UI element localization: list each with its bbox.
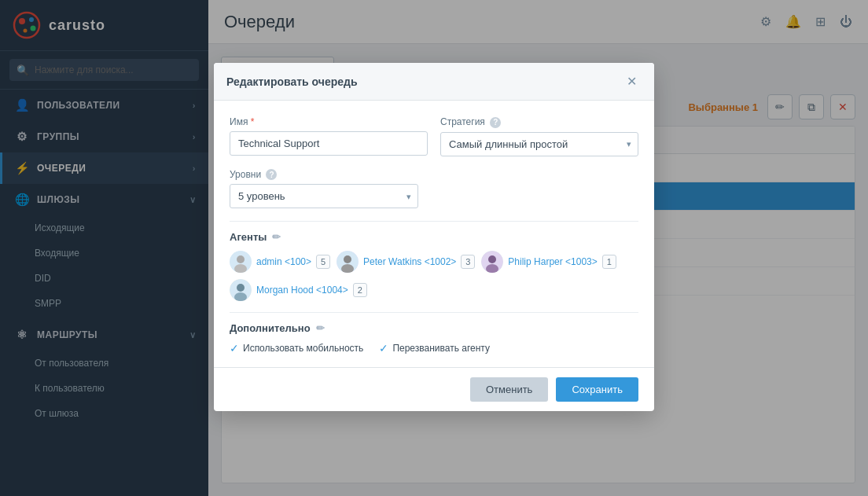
levels-select-wrap: 1 уровень2 уровень3 уровень4 уровень5 ур… [230, 184, 418, 208]
check-mobility: ✓ Использовать мобильность [230, 342, 363, 355]
levels-field-group: Уровни ? 1 уровень2 уровень3 уровень4 ур… [230, 169, 418, 209]
additional-section-title: Дополнительно ✏ [230, 322, 638, 334]
divider-1 [230, 221, 638, 222]
agents-edit-icon[interactable]: ✏ [272, 231, 281, 243]
agent-badge: 1 [602, 255, 616, 269]
checkmark-icon-2: ✓ [379, 342, 388, 355]
divider-2 [230, 312, 638, 313]
agent-chip[interactable]: Philip Harper <1003>1 [481, 251, 616, 273]
svg-point-6 [237, 255, 245, 263]
form-row-1: Имя * Стратегия ? Самый длинный простойЗ… [230, 116, 638, 156]
strategy-select-wrap: Самый длинный простойЗвонить всемПо круг… [440, 132, 638, 156]
name-label: Имя * [230, 116, 428, 127]
agent-chip[interactable]: admin <100>5 [230, 251, 330, 273]
form-row-2: Уровни ? 1 уровень2 уровень3 уровень4 ур… [230, 169, 638, 209]
agent-badge: 2 [353, 283, 367, 297]
strategy-field-group: Стратегия ? Самый длинный простойЗвонить… [440, 116, 638, 156]
strategy-select[interactable]: Самый длинный простойЗвонить всемПо круг… [440, 132, 638, 156]
agent-chip[interactable]: Morgan Hood <1004>2 [230, 279, 367, 301]
additional-edit-icon[interactable]: ✏ [316, 322, 325, 334]
save-button[interactable]: Сохранить [556, 377, 638, 402]
required-star: * [251, 116, 255, 127]
strategy-label: Стратегия ? [440, 116, 638, 128]
edit-queue-modal: Редактировать очередь ✕ Имя * Стратегия … [214, 63, 654, 411]
modal-body: Имя * Стратегия ? Самый длинный простойЗ… [214, 101, 654, 367]
name-field-group: Имя * [230, 116, 428, 156]
check-mobility-label: Использовать мобильность [243, 343, 363, 354]
check-callback-label: Перезванивать агенту [392, 343, 490, 354]
svg-point-15 [237, 284, 245, 292]
check-callback: ✓ Перезванивать агенту [379, 342, 490, 355]
modal-overlay: Редактировать очередь ✕ Имя * Стратегия … [0, 0, 868, 496]
strategy-help-icon[interactable]: ? [490, 117, 501, 128]
agents-section-title: Агенты ✏ [230, 231, 638, 243]
modal-header: Редактировать очередь ✕ [214, 63, 654, 101]
checkmark-icon-1: ✓ [230, 342, 239, 355]
name-input[interactable] [230, 131, 428, 156]
levels-label: Уровни ? [230, 169, 418, 181]
modal-title: Редактировать очередь [226, 75, 358, 88]
modal-footer: Отменить Сохранить [214, 367, 654, 411]
agent-chip[interactable]: Peter Watkins <1002>3 [337, 251, 475, 273]
agent-badge: 5 [316, 255, 330, 269]
checkmarks-row: ✓ Использовать мобильность ✓ Перезванива… [230, 342, 638, 355]
agent-badge: 3 [461, 255, 475, 269]
cancel-button[interactable]: Отменить [470, 377, 548, 402]
levels-help-icon[interactable]: ? [266, 169, 277, 180]
svg-point-9 [344, 255, 351, 263]
additional-section: Дополнительно ✏ ✓ Использовать мобильнос… [230, 322, 638, 355]
agents-list: admin <100>5Peter Watkins <1002>3Philip … [230, 251, 638, 301]
levels-select[interactable]: 1 уровень2 уровень3 уровень4 уровень5 ур… [230, 184, 418, 208]
svg-point-12 [488, 255, 496, 263]
modal-close-button[interactable]: ✕ [622, 72, 642, 90]
